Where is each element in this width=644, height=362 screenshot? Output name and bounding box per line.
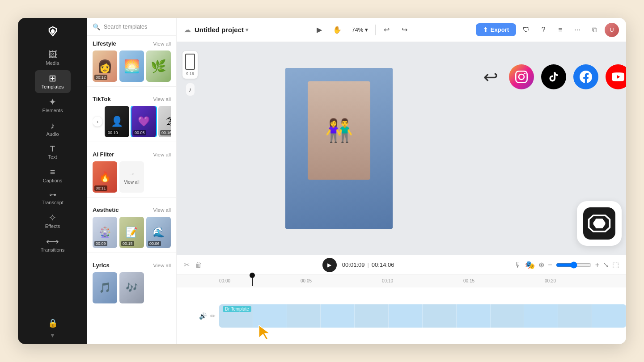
sidebar-label-templates: Templates <box>41 84 64 89</box>
time-display: 00:01:09 | 00:14:06 <box>342 261 394 268</box>
sidebar-item-transcript[interactable]: ⊶ Transcript <box>35 188 71 209</box>
shield-icon[interactable]: 🛡 <box>520 23 533 37</box>
sidebar-item-audio[interactable]: ♪ Audio <box>35 118 71 140</box>
video-track[interactable]: Dr Template <box>219 304 626 328</box>
help-icon[interactable]: ? <box>537 23 550 37</box>
thumb-tiktok-1[interactable]: 👤 00:10 <box>105 106 129 137</box>
export-button[interactable]: ⬆ Export <box>476 23 516 36</box>
view-all-aesthetic[interactable]: View all <box>153 207 171 213</box>
edit-track-icon[interactable]: ✏ <box>210 312 216 320</box>
thumb-lyrics-2[interactable]: 🎶 <box>119 272 144 303</box>
section-lyrics: Lyrics View all 🎵 🎶 <box>87 257 176 303</box>
caption-icon[interactable]: ⬚ <box>612 261 619 269</box>
facebook-button[interactable] <box>573 64 598 89</box>
audio-icon: ♪ <box>51 121 55 130</box>
canvas-center: 👫 <box>203 42 474 255</box>
sidebar-item-elements[interactable]: ✦ Elements <box>35 94 71 117</box>
track-controls: 🔊 ✏ <box>177 287 219 344</box>
sidebar-label-audio: Audio <box>46 131 59 137</box>
tiktok-prev-arrow[interactable]: ‹ <box>93 117 102 126</box>
aspect-9-16[interactable]: 9:16 <box>182 51 198 79</box>
section-header-tiktok: TikTok View all <box>93 96 171 102</box>
ruler-mark-5: 00:05 <box>301 278 312 283</box>
timeline-play-button[interactable]: ▶ <box>322 258 337 272</box>
volume-icon[interactable]: 🔊 <box>199 312 207 320</box>
search-icon: 🔍 <box>93 23 100 30</box>
sidebar-item-text[interactable]: T Text <box>35 141 71 163</box>
split-at-icon[interactable]: ⊕ <box>538 261 544 269</box>
thumb-tiktok-3[interactable]: 🌫 00:16 <box>158 106 171 137</box>
section-title-tiktok: TikTok <box>93 96 111 102</box>
sidebar-item-media[interactable]: 🖼 Media <box>35 46 71 69</box>
view-all-box-aifilter[interactable]: → View all <box>119 161 144 193</box>
view-all-lifestyle[interactable]: View all <box>153 41 171 46</box>
templates-panel: 🔍 ⊟ Lifestyle View all 👩 00:12 🌅 <box>87 18 177 344</box>
hand-tool-button[interactable]: ✋ <box>330 23 344 37</box>
youtube-button[interactable] <box>606 64 626 89</box>
zoom-selector[interactable]: 74% ▾ <box>348 25 372 35</box>
view-all-lyrics[interactable]: View all <box>153 263 171 268</box>
thumb-time: 00:05 <box>133 130 146 135</box>
playhead-handle[interactable] <box>250 273 255 278</box>
capcut-logo <box>577 201 622 246</box>
transitions-icon: ⟷ <box>46 237 59 246</box>
chevron-down-icon[interactable]: ▼ <box>50 332 56 339</box>
thumb-tiktok-2[interactable]: 💜 00:05 <box>131 106 156 137</box>
fit-screen-icon[interactable]: ⤡ <box>603 261 609 269</box>
view-all-box-label: View all <box>124 180 139 185</box>
search-input[interactable] <box>104 24 174 30</box>
sidebar-logo[interactable] <box>45 23 61 39</box>
thumb-lifestyle-3[interactable]: 🌿 <box>146 51 171 82</box>
timeline-ruler: 00:00 00:05 00:10 00:15 00:20 <box>177 275 626 287</box>
instagram-button[interactable] <box>509 64 534 89</box>
zoom-slider[interactable] <box>556 261 592 269</box>
track-label: Dr Template <box>223 306 251 312</box>
layout-icon[interactable]: ⧉ <box>588 23 601 37</box>
social-icons-row <box>509 64 626 89</box>
sidebar-item-captions[interactable]: ≡ Captions <box>35 164 71 187</box>
undo-button[interactable]: ↩ <box>379 23 394 37</box>
play-button[interactable]: ▶ <box>312 23 326 37</box>
sticker-icon[interactable]: 🎭 <box>525 260 535 270</box>
split-icon[interactable]: ✂ <box>184 261 190 269</box>
view-all-tiktok[interactable]: View all <box>153 97 171 102</box>
tiktok-aspect[interactable]: ♪ <box>186 83 195 96</box>
cloud-save-icon: ☁ <box>184 25 191 34</box>
time-separator: | <box>367 261 369 268</box>
microphone-icon[interactable]: 🎙 <box>514 261 521 269</box>
zoom-out-icon[interactable]: − <box>548 261 552 269</box>
thumb-aesthetic-2[interactable]: 📝 00:15 <box>119 217 144 248</box>
lock-icon: 🔒 <box>48 318 58 328</box>
tiktok-button[interactable] <box>541 64 566 89</box>
ruler-mark-10: 00:10 <box>382 278 393 283</box>
thumb-aesthetic-1[interactable]: 🎡 00:09 <box>93 217 117 248</box>
thumb-time: 00:10 <box>106 130 119 135</box>
thumb-lyrics-1[interactable]: 🎵 <box>93 272 117 303</box>
redo-button[interactable]: ↪ <box>397 23 411 37</box>
thumbs-row-tiktok: ‹ 👤 00:10 💜 00:05 🌫 <box>93 106 171 137</box>
project-name[interactable]: Untitled project ▾ <box>195 26 248 34</box>
aspect-label-9-16: 9:16 <box>186 72 194 76</box>
view-all-aifilter[interactable]: View all <box>153 152 171 157</box>
sidebar-item-transitions[interactable]: ⟷ Transitions <box>35 233 71 256</box>
sidebar-label-elements: Elements <box>42 108 63 113</box>
avatar-initials: U <box>610 26 614 33</box>
sidebar-item-templates[interactable]: ⊞ Templates <box>35 70 71 93</box>
avatar[interactable]: U <box>605 23 619 37</box>
ruler-mark-0: 00:00 <box>219 278 230 283</box>
thumb-aifilter-1[interactable]: 🔥 00:11 <box>93 161 117 193</box>
section-header-lifestyle: Lifestyle View all <box>93 40 171 47</box>
section-title-aesthetic: Aesthetic <box>93 206 119 213</box>
thumb-lifestyle-1[interactable]: 👩 00:12 <box>93 51 117 82</box>
thumb-time: 00:15 <box>121 241 134 246</box>
thumb-lifestyle-2[interactable]: 🌅 <box>119 51 144 82</box>
zoom-in-icon[interactable]: + <box>595 261 599 269</box>
sidebar-item-effects[interactable]: ✧ Effects <box>35 210 71 232</box>
delete-icon[interactable]: 🗑 <box>195 261 202 269</box>
share-arrow-icon: ↪ <box>483 67 498 87</box>
thumb-aesthetic-3[interactable]: 🌊 00:06 <box>146 217 171 248</box>
section-header-aesthetic: Aesthetic View all <box>93 206 171 213</box>
timeline-area: ✂ 🗑 ▶ 00:01:09 | 00:14:06 🎙 🎭 ⊕ − + <box>177 255 626 344</box>
more-options-icon[interactable]: ··· <box>571 23 584 37</box>
layers-icon[interactable]: ≡ <box>554 23 567 37</box>
